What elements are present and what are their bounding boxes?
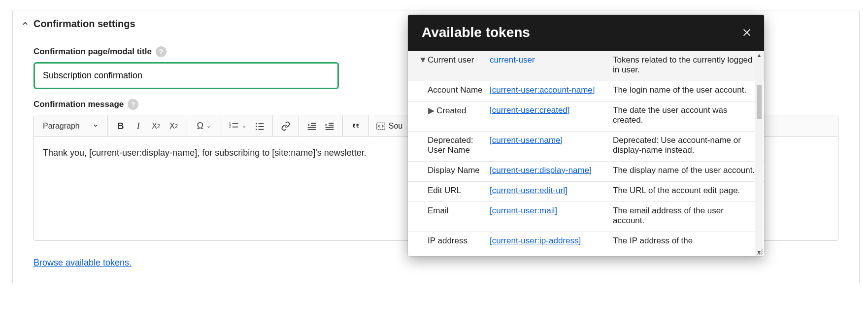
block-format-select[interactable]: Paragraph (38, 122, 103, 131)
token-link[interactable]: [current-user:edit-url] (490, 186, 568, 195)
section-title: Confirmation settings (33, 18, 135, 30)
confirmation-title-input[interactable] (33, 62, 339, 89)
token-description: Tokens related to the currently logged i… (610, 53, 764, 77)
token-row: Account Name[current-user:account-name]T… (408, 81, 764, 101)
token-row: IP address[current-user:ip-address]The I… (408, 232, 764, 252)
token-description: The IP address of the (610, 234, 764, 248)
link-button[interactable] (277, 117, 295, 135)
special-char-button[interactable]: Ω⌄ (191, 117, 217, 135)
token-description: The display name of the user account. (610, 164, 764, 177)
token-link[interactable]: [current-user:mail] (490, 206, 557, 215)
svg-point-4 (256, 123, 257, 124)
token-value: [current-user:created] (487, 103, 610, 127)
message-field-label: Confirmation message (33, 100, 124, 109)
token-name: ▼Current user (408, 53, 487, 77)
token-row: ▼Current usercurrent-userTokens related … (408, 51, 764, 81)
token-name: Display Name (408, 164, 487, 177)
scroll-up-icon[interactable]: ▲ (757, 52, 762, 58)
token-value: [current-user:mail] (487, 204, 610, 228)
outdent-button[interactable] (303, 117, 321, 135)
token-description: The login name of the user account. (610, 83, 764, 97)
token-description: Deprecated: Use account-name or display-… (610, 134, 764, 157)
token-link[interactable]: [current-user:name] (490, 135, 563, 145)
token-link[interactable]: current-user (490, 55, 535, 65)
token-link[interactable]: [current-user:created] (490, 105, 570, 115)
browse-tokens-link[interactable]: Browse available tokens. (33, 258, 132, 268)
svg-text:2: 2 (229, 125, 231, 128)
tree-collapse-icon[interactable]: ▼ (419, 55, 426, 65)
token-row: Email[current-user:mail]The email addres… (408, 202, 764, 232)
token-link[interactable]: [current-user:ip-address] (490, 236, 581, 245)
token-link[interactable]: [current-user:display-name] (490, 166, 592, 175)
token-value: [current-user:ip-address] (487, 234, 610, 248)
source-button[interactable]: Sou (373, 121, 405, 131)
token-name: Edit URL (408, 184, 487, 198)
token-value: [current-user:name] (487, 134, 610, 157)
token-table: ▼Current usercurrent-userTokens related … (408, 51, 764, 252)
token-value: current-user (487, 53, 610, 77)
chevron-down-icon (93, 122, 99, 131)
token-row: Display Name[current-user:display-name]T… (408, 162, 764, 182)
token-name: IP address (408, 234, 487, 248)
chevron-up-icon (22, 18, 29, 30)
close-icon[interactable] (741, 27, 752, 38)
token-row: Deprecated: User Name[current-user:name]… (408, 132, 764, 162)
token-value: [current-user:account-name] (487, 83, 610, 97)
token-name: ▶Created (408, 103, 487, 127)
token-value: [current-user:edit-url] (487, 184, 610, 198)
token-row: ▶Created[current-user:created]The date t… (408, 101, 764, 132)
source-button-label: Sou (389, 122, 402, 131)
ordered-list-button[interactable]: 1 2 ⌄ (225, 117, 251, 135)
token-link[interactable]: [current-user:account-name] (490, 85, 595, 95)
scrollbar-thumb[interactable] (757, 85, 762, 119)
token-description: The date the user account was created. (610, 103, 764, 127)
token-name: Account Name (408, 83, 487, 97)
available-tokens-modal: Available tokens ▼Current usercurrent-us… (408, 15, 764, 256)
resize-handle[interactable] (756, 248, 763, 255)
token-description: The URL of the account edit page. (610, 184, 764, 198)
token-name: Deprecated: User Name (408, 134, 487, 157)
tree-expand-icon[interactable]: ▶ (428, 105, 434, 116)
scrollbar[interactable]: ▲ ▼ (755, 51, 763, 256)
superscript-button[interactable]: X2 (165, 117, 183, 135)
unordered-list-button[interactable] (251, 117, 268, 135)
help-icon[interactable]: ? (156, 46, 167, 57)
subscript-button[interactable]: X2 (147, 117, 165, 135)
title-field-label: Confirmation page/modal title (33, 47, 152, 57)
token-value: [current-user:display-name] (487, 164, 610, 177)
message-text: Thank you, [current-user:display-name], … (43, 148, 367, 158)
help-icon[interactable]: ? (128, 99, 138, 110)
svg-point-8 (256, 129, 257, 130)
token-row: Edit URL[current-user:edit-url]The URL o… (408, 182, 764, 202)
block-format-label: Paragraph (43, 122, 80, 131)
bold-button[interactable]: B (112, 117, 130, 135)
token-description: The email address of the user account. (610, 204, 764, 228)
modal-title: Available tokens (422, 25, 530, 40)
indent-button[interactable] (321, 117, 338, 135)
token-name: Email (408, 204, 487, 228)
svg-point-6 (256, 126, 257, 127)
blockquote-button[interactable] (347, 117, 365, 135)
italic-button[interactable]: I (130, 117, 147, 135)
